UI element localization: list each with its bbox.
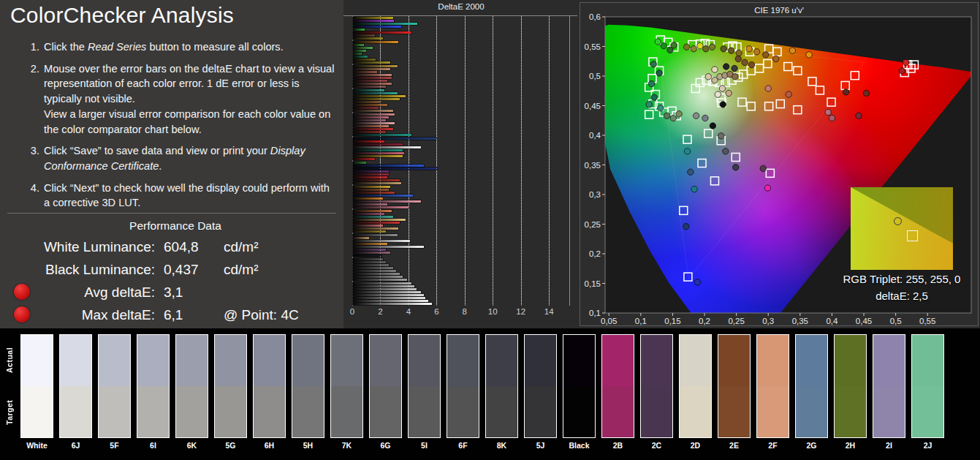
deltae-bar[interactable] [352, 243, 387, 245]
deltae-bar[interactable] [352, 95, 406, 97]
deltae-bar[interactable] [352, 146, 421, 148]
deltae-bar[interactable] [352, 125, 389, 127]
deltae-bar[interactable] [352, 65, 398, 67]
deltae-bar[interactable] [352, 26, 401, 28]
deltae-bar[interactable] [352, 20, 394, 22]
deltae-bar[interactable] [352, 254, 381, 257]
deltae-bar[interactable] [352, 17, 393, 19]
deltae-bar[interactable] [352, 167, 438, 170]
deltae-bar[interactable] [352, 158, 375, 160]
deltae-bar[interactable] [352, 179, 400, 181]
deltae-bar[interactable] [352, 71, 377, 73]
deltae-bar[interactable] [352, 31, 411, 34]
deltae-bar[interactable] [352, 294, 424, 296]
deltae-bar[interactable] [352, 273, 400, 275]
svg-text:0,15: 0,15 [664, 317, 680, 325]
deltae-bar[interactable] [352, 29, 365, 31]
deltae-bar[interactable] [352, 47, 373, 49]
swatch-actual-half [447, 335, 479, 386]
deltae-bar[interactable] [352, 149, 403, 151]
deltae-bar[interactable] [352, 297, 425, 299]
deltae-bar[interactable] [352, 53, 362, 55]
deltae-bar[interactable] [352, 288, 417, 290]
deltae-bar[interactable] [352, 270, 396, 272]
deltae-bar[interactable] [352, 237, 369, 239]
perf-value: 604,8 [164, 239, 215, 255]
swatch-label: 6I [137, 441, 170, 450]
deltae-bar[interactable] [352, 152, 404, 154]
deltae-bar[interactable] [352, 165, 424, 167]
deltae-bar[interactable] [352, 37, 383, 39]
deltae-bar[interactable] [352, 303, 432, 305]
deltae-bar[interactable] [352, 128, 393, 130]
deltae-bar[interactable] [352, 56, 368, 58]
deltae-bar[interactable] [352, 155, 403, 157]
performance-data-rows: White Luminance:604,8cd/m²Black Luminanc… [0, 235, 343, 326]
gridline-dotted-overlay [493, 16, 493, 306]
deltae-bar[interactable] [352, 134, 411, 136]
deltae-bar[interactable] [352, 189, 389, 191]
deltae-bar[interactable] [352, 61, 390, 64]
deltae-bar[interactable] [352, 176, 387, 178]
comparator-swatch: 2G [795, 334, 828, 460]
deltae-bar[interactable] [352, 110, 393, 112]
deltae-bar[interactable] [352, 80, 387, 82]
deltae-bar[interactable] [352, 282, 411, 284]
deltae-bar[interactable] [352, 210, 392, 212]
deltae-bar[interactable] [352, 137, 436, 140]
deltae-bar[interactable] [352, 77, 392, 79]
deltae-bar[interactable] [352, 285, 414, 287]
deltae-bar[interactable] [352, 246, 424, 248]
deltae-bar[interactable] [352, 258, 383, 260]
actual-row-label: Actual [0, 334, 19, 386]
deltae-bar[interactable] [352, 200, 421, 203]
deltae-bar[interactable] [352, 225, 383, 227]
deltae-bar[interactable] [352, 252, 390, 254]
deltae-bar[interactable] [352, 68, 390, 70]
deltae-bar[interactable] [352, 34, 375, 37]
deltae-bar[interactable] [352, 122, 395, 124]
deltae-bar[interactable] [352, 41, 398, 43]
deltae-bar[interactable] [352, 170, 389, 173]
deltae-bar-chart[interactable] [352, 16, 570, 306]
swatch-target-half [176, 386, 208, 437]
deltae-bar[interactable] [352, 107, 379, 109]
deltae-bar[interactable] [352, 98, 400, 100]
deltae-bar[interactable] [352, 276, 403, 278]
deltae-bar[interactable] [352, 197, 383, 200]
deltae-bar[interactable] [352, 300, 428, 302]
deltae-bar[interactable] [352, 116, 389, 118]
deltae-bar[interactable] [352, 44, 364, 46]
deltae-bar[interactable] [352, 216, 393, 218]
deltae-bar[interactable] [352, 192, 395, 194]
deltae-bar[interactable] [352, 173, 389, 176]
deltae-bar[interactable] [352, 182, 401, 184]
deltae-bar[interactable] [352, 143, 403, 146]
deltae-bar[interactable] [352, 83, 392, 85]
deltae-bar[interactable] [352, 227, 398, 230]
deltae-bar[interactable] [352, 234, 398, 236]
deltae-bar[interactable] [352, 203, 387, 206]
deltae-bar[interactable] [352, 104, 387, 106]
deltae-bar[interactable] [352, 101, 380, 103]
deltae-bar[interactable] [352, 186, 390, 188]
swatch-label: 2F [756, 441, 789, 450]
swatch-target-half [137, 386, 169, 437]
perf-unit: @ Point: 4C [224, 307, 299, 323]
deltae-bar[interactable] [352, 291, 421, 293]
svg-text:0,2: 0,2 [589, 249, 601, 258]
deltae-bar[interactable] [352, 92, 398, 94]
deltae-bar[interactable] [352, 50, 366, 52]
deltae-bar[interactable] [352, 59, 376, 61]
deltae-bar[interactable] [352, 162, 366, 164]
deltae-bar[interactable] [352, 74, 392, 76]
cie-measured-circle [732, 65, 737, 71]
deltae-bar[interactable] [352, 264, 389, 266]
deltae-bar[interactable] [352, 219, 406, 221]
deltae-bar[interactable] [352, 267, 393, 269]
swatch-actual-half [873, 335, 905, 386]
deltae-bar[interactable] [352, 195, 413, 197]
deltae-bar[interactable] [352, 222, 400, 224]
cie-measured-circle [733, 165, 739, 170]
deltae-bar[interactable] [352, 113, 395, 116]
